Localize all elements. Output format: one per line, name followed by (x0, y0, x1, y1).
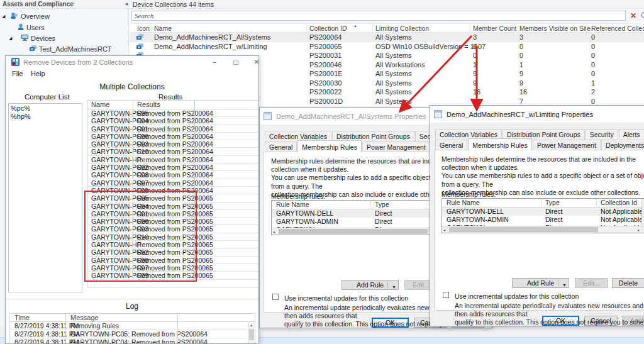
scrollbar-thumb[interactable] (449, 227, 598, 232)
result-row[interactable]: GARYTOWN-PC02 Removed from PS200064 (87, 164, 258, 171)
delete-button[interactable]: Delete (612, 278, 644, 288)
rule-row[interactable]: GARYTOWN-ADMIN Direct Not Applicable (442, 216, 644, 224)
incremental-updates-checkbox[interactable] (272, 294, 279, 300)
log-row[interactable]: 8/27/2019 4:38:11 PM Removing Rules (9, 322, 255, 330)
log-column-message[interactable]: Message (70, 314, 99, 321)
result-row[interactable]: GARYTOWN-PC06 Removed from PS200065 (87, 218, 258, 225)
result-row[interactable]: GARYTOWN-PC08 Removed from PS200064 (87, 171, 258, 179)
result-row[interactable]: GARYTOWN-PC02 Removed from PS200065 (87, 248, 258, 256)
membership-rules-table: Rule Name Type Collection Id GARYTOWN-DE… (441, 198, 644, 233)
result-row[interactable]: GARYTOWN-PC09 Removed from PS200064 (87, 187, 258, 194)
result-row[interactable]: GARYTOWN-PC03 Removed from PS200065 (87, 225, 258, 233)
tab[interactable]: Membership Rules (468, 138, 532, 150)
result-row[interactable]: GARYTOWN-PC01 Removed from PS200065 (87, 210, 258, 218)
result-row[interactable]: GARYTOWN-PC08 Removed from PS200065 (87, 257, 258, 264)
tab[interactable]: Security (586, 129, 618, 140)
column-header-name[interactable]: Name (154, 25, 172, 32)
results-table-header[interactable]: Name Results (87, 101, 258, 109)
menu-file[interactable]: File (12, 70, 23, 77)
result-row[interactable]: GARYTOWN-PC10 Removed from PS200064 (87, 148, 258, 155)
rules-table-header[interactable]: Rule Name Type Collection Id (442, 199, 644, 208)
log-time: 8/27/2019 4:38:11 PM (14, 338, 79, 344)
tree-expanded-icon[interactable]: ◢ (9, 36, 12, 41)
search-input[interactable] (131, 11, 626, 21)
members-visible: 9 (519, 70, 523, 77)
tab[interactable]: Power Management (533, 140, 601, 150)
rules-column-collection-id[interactable]: Collection Id (601, 199, 637, 206)
edit-button[interactable]: Edit... (575, 278, 608, 288)
collection-row[interactable]: Demo_AddMachinesRCT_w/Limiting PS200065 … (130, 42, 644, 52)
tab[interactable]: General (265, 141, 297, 152)
result-row[interactable]: GARYTOWN-PC04 Removed from PS200064 (87, 117, 258, 125)
result-row[interactable]: GARYTOWN-HP Removed from PS200064 (87, 156, 258, 164)
result-row[interactable]: GARYTOWN-PC06 Removed from PS200064 (87, 133, 258, 140)
tab[interactable]: Power Management (362, 141, 430, 152)
add-rule-button[interactable]: Add Rule ▼ (341, 280, 399, 290)
scroll-left-icon[interactable]: ◂ (443, 228, 445, 232)
close-button[interactable]: ✕ (249, 57, 259, 67)
rules-column-rule-name[interactable]: Rule Name (447, 199, 480, 206)
add-rule-button[interactable]: Add Rule ▼ (512, 278, 569, 288)
log-column-time[interactable]: Time (14, 314, 30, 321)
column-header-referenced-collections[interactable]: Referenced Collections (591, 25, 644, 32)
scrollbar-thumb[interactable] (249, 329, 254, 340)
column-header-collection-id[interactable]: Collection ID (309, 25, 347, 32)
result-row[interactable]: GARYTOWN-PC05 Removed from PS200064 (87, 109, 258, 117)
clear-search-icon[interactable]: ✕ (628, 11, 638, 20)
referenced-collections: 0 (591, 61, 595, 69)
member-count: 9 (473, 79, 477, 87)
log-row[interactable]: 8/27/2019 4:38:11 PM GARYTOWN-PC05: Remo… (9, 330, 255, 338)
result-row[interactable]: GARYTOWN-PC05 Removed from PS200065 (87, 194, 258, 202)
result-row[interactable]: GARYTOWN-PC03 Removed from PS200064 (87, 140, 258, 148)
dialog-title-bar[interactable]: Demo_AddMachinesRCT_w/Limiting Propertie… (430, 106, 644, 123)
result-row[interactable]: GARYTOWN-PC07 Removed from PS200065 (87, 264, 258, 272)
rules-column-type[interactable]: Type (375, 201, 389, 208)
tree-expanded-icon[interactable]: ◢ (2, 14, 5, 19)
minimize-button[interactable]: – (207, 57, 222, 67)
tab-row-secondary: Collection Variables Distribution Point … (435, 129, 644, 140)
incremental-updates-checkbox[interactable] (443, 292, 449, 298)
tab[interactable]: Deployments (601, 140, 644, 150)
dialog-title: Demo_AddMachinesRCT_w/Limiting Propertie… (447, 111, 593, 118)
list-column-headers[interactable]: Icon Name Collection ID Limiting Collect… (130, 23, 644, 33)
log-table-header[interactable]: Time Message (9, 314, 255, 322)
result-row[interactable]: GARYTOWN-HP Removed from PS200065 (87, 241, 258, 248)
results-column-name[interactable]: Name (91, 101, 109, 108)
collection-row[interactable]: Demo_AddMachinesRCT_AllSystems PS200064 … (130, 33, 644, 42)
result-row[interactable]: GARYTOWN-PC01 Removed from PS200064 (87, 125, 258, 133)
result-row[interactable]: GARYTOWN-PC09 Removed from PS200065 (87, 272, 258, 279)
menu-help[interactable]: Help (31, 70, 45, 77)
rules-vertical-scrollbar[interactable]: ▴ ▾ (641, 199, 644, 226)
result-row[interactable]: GARYTOWN-PC10 Removed from PS200065 (87, 233, 258, 241)
scroll-up-icon[interactable]: ▴ (250, 323, 252, 327)
tab[interactable]: Alerts (619, 129, 644, 140)
log-scrollbar[interactable]: ▴ (248, 323, 254, 344)
collapse-pane-icon[interactable]: ◄ (124, 1, 129, 7)
sort-ascending-icon[interactable]: ▲ (353, 24, 357, 28)
tab[interactable]: General (435, 140, 467, 150)
removal-result: Removed from PS200065 (137, 194, 213, 202)
dialog-title: Demo_AddMachinesRCT_AllSystems Propertie… (276, 113, 426, 120)
computer-list-input[interactable]: %pc% %hp% (8, 103, 82, 292)
tab[interactable]: Membership Rules (297, 140, 362, 152)
dialog-title-bar[interactable]: Remove Devices from 2 Collections – ▢ ✕ (6, 56, 258, 69)
column-header-limiting-collection[interactable]: Limiting Collection (375, 25, 429, 32)
column-header-members-visible[interactable]: Members Visible on Site (519, 25, 591, 32)
scroll-right-icon[interactable]: ▸ (638, 228, 640, 232)
maximize-button[interactable]: ▢ (228, 57, 243, 67)
rules-column-rule-name[interactable]: Rule Name (276, 201, 309, 208)
referenced-collections: 1 (591, 79, 595, 87)
rules-horizontal-scrollbar[interactable]: ◂ ▸ (442, 226, 644, 233)
member-count: 9 (473, 70, 477, 77)
column-header-member-count[interactable]: Member Count (473, 25, 516, 32)
rules-column-type[interactable]: Type (545, 199, 560, 206)
rule-row[interactable]: GARYTOWN-DELL Direct Not Applicable (442, 208, 644, 216)
column-header-icon[interactable]: Icon (137, 25, 150, 32)
search-icon[interactable] (640, 11, 644, 20)
log-row[interactable]: 8/27/2019 4:38:11 PM GARYTOWN-PC04: Remo… (9, 338, 255, 344)
scroll-left-icon[interactable]: ◂ (273, 230, 275, 234)
scrollbar-thumb[interactable] (279, 229, 428, 234)
result-row[interactable]: GARYTOWN-PC04 Removed from PS200065 (87, 203, 258, 210)
results-column-results[interactable]: Results (137, 101, 160, 108)
result-row[interactable]: GARYTOWN-PC07 Removed from PS200064 (87, 179, 258, 187)
